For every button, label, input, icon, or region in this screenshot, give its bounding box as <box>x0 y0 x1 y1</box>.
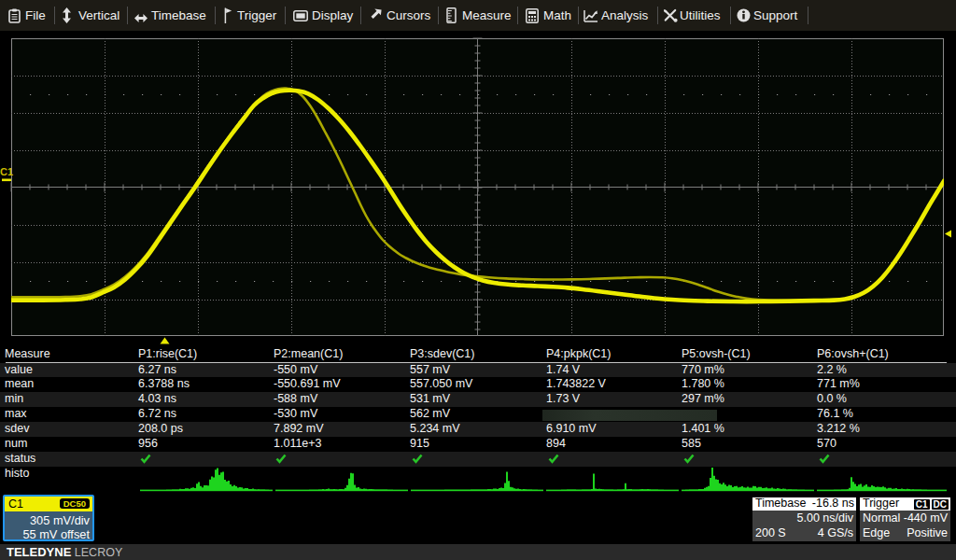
svg-text:C1: C1 <box>0 166 13 177</box>
